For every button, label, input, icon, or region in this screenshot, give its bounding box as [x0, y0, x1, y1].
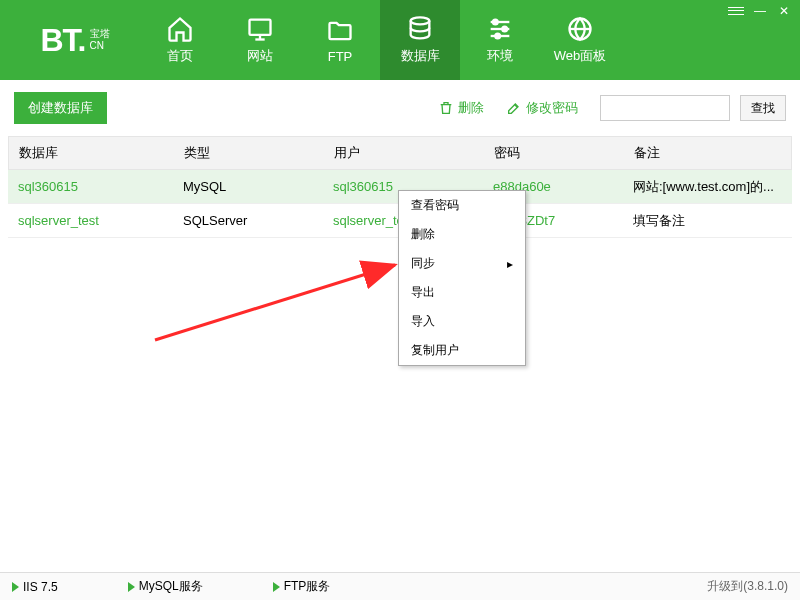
- menu-button[interactable]: [726, 4, 746, 18]
- table-header: 数据库 类型 用户 密码 备注: [8, 136, 792, 170]
- cell-db[interactable]: sql360615: [8, 179, 173, 194]
- svg-point-3: [411, 17, 430, 24]
- close-button[interactable]: ✕: [774, 4, 794, 18]
- trash-icon: [438, 100, 454, 116]
- service-ftp[interactable]: FTP服务: [273, 578, 331, 595]
- change-password-action[interactable]: 修改密码: [506, 99, 578, 117]
- nav-label: 首页: [167, 47, 193, 65]
- nav-database[interactable]: 数据库: [380, 0, 460, 80]
- col-db: 数据库: [9, 144, 174, 162]
- context-menu: 查看密码 删除 同步▸ 导出 导入 复制用户: [398, 190, 526, 366]
- cell-type: SQLServer: [173, 213, 323, 228]
- nav-label: 网站: [247, 47, 273, 65]
- nav-env[interactable]: 环境: [460, 0, 540, 80]
- play-icon: [273, 582, 280, 592]
- nav-label: FTP: [328, 49, 353, 64]
- menu-export[interactable]: 导出: [399, 278, 525, 307]
- nav-home[interactable]: 首页: [140, 0, 220, 80]
- nav-label: 环境: [487, 47, 513, 65]
- folder-icon: [326, 17, 354, 45]
- menu-import[interactable]: 导入: [399, 307, 525, 336]
- col-type: 类型: [174, 144, 324, 162]
- service-mysql[interactable]: MySQL服务: [128, 578, 203, 595]
- col-note: 备注: [624, 144, 791, 162]
- cell-type: MySQL: [173, 179, 323, 194]
- delete-label: 删除: [458, 99, 484, 117]
- nav: 首页 网站 FTP 数据库 环境 Web面板: [140, 0, 620, 80]
- version-info[interactable]: 升级到(3.8.1.0): [707, 578, 788, 595]
- monitor-icon: [246, 15, 274, 43]
- nav-label: 数据库: [401, 47, 440, 65]
- svg-rect-0: [250, 20, 271, 35]
- service-iis[interactable]: IIS 7.5: [12, 580, 58, 594]
- chevron-right-icon: ▸: [507, 257, 513, 271]
- col-user: 用户: [324, 144, 484, 162]
- header: BT. 宝塔CN 首页 网站 FTP 数据库 环境 Web面板 ―: [0, 0, 800, 80]
- search-button[interactable]: 查找: [740, 95, 786, 121]
- svg-point-7: [493, 20, 498, 25]
- sliders-icon: [486, 15, 514, 43]
- menu-delete[interactable]: 删除: [399, 220, 525, 249]
- window-controls: ― ✕: [726, 4, 794, 18]
- home-icon: [166, 15, 194, 43]
- toolbar: 创建数据库 删除 修改密码 查找: [0, 80, 800, 136]
- logo-sub: 宝塔CN: [90, 28, 110, 52]
- changepwd-label: 修改密码: [526, 99, 578, 117]
- svg-line-13: [155, 265, 395, 340]
- menu-view-password[interactable]: 查看密码: [399, 191, 525, 220]
- minimize-button[interactable]: ―: [750, 4, 770, 18]
- nav-label: Web面板: [554, 47, 607, 65]
- menu-copy-user[interactable]: 复制用户: [399, 336, 525, 365]
- delete-action[interactable]: 删除: [438, 99, 484, 117]
- cell-note: 网站:[www.test.com]的...: [623, 178, 792, 196]
- annotation-arrow: [150, 230, 410, 350]
- logo: BT. 宝塔CN: [0, 22, 140, 59]
- nav-website[interactable]: 网站: [220, 0, 300, 80]
- play-icon: [128, 582, 135, 592]
- logo-main: BT.: [41, 22, 86, 59]
- status-bar: IIS 7.5 MySQL服务 FTP服务 升级到(3.8.1.0): [0, 572, 800, 600]
- edit-icon: [506, 100, 522, 116]
- cell-note[interactable]: 填写备注: [623, 212, 792, 230]
- nav-webpanel[interactable]: Web面板: [540, 0, 620, 80]
- search-input[interactable]: [600, 95, 730, 121]
- menu-sync[interactable]: 同步▸: [399, 249, 525, 278]
- svg-point-9: [495, 34, 500, 39]
- svg-point-8: [502, 27, 507, 32]
- create-database-button[interactable]: 创建数据库: [14, 92, 107, 124]
- play-icon: [12, 582, 19, 592]
- nav-ftp[interactable]: FTP: [300, 0, 380, 80]
- cell-db[interactable]: sqlserver_test: [8, 213, 173, 228]
- database-icon: [406, 15, 434, 43]
- web-icon: [566, 15, 594, 43]
- col-pwd: 密码: [484, 144, 624, 162]
